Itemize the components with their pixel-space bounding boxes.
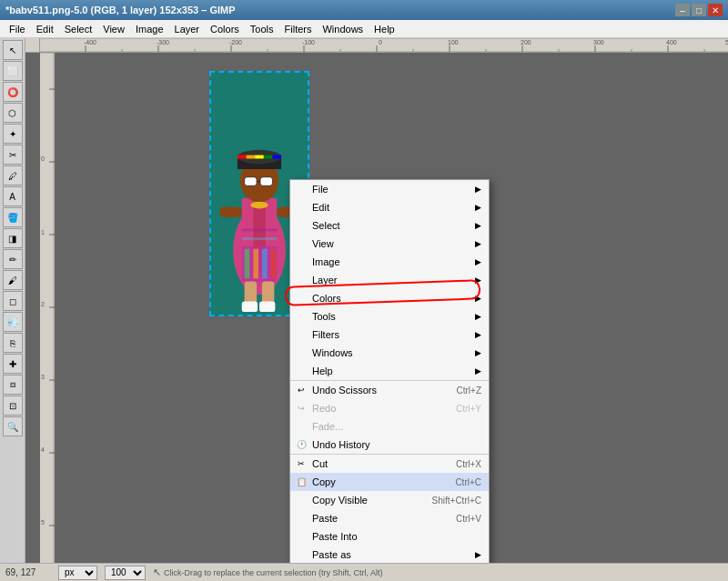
ctx-copy[interactable]: 📋 Copy Ctrl+C — [290, 473, 489, 491]
ctx-cut-label: Cut — [312, 458, 328, 469]
svg-text:5: 5 — [41, 519, 45, 526]
tool-paintbrush[interactable]: 🖌 — [3, 270, 23, 290]
tool-rect-select[interactable]: ⬜ — [3, 61, 23, 81]
ctx-undo-scissors[interactable]: ↩ Undo Scissors Ctrl+Z — [290, 381, 489, 399]
ctx-image-arrow: ▶ — [475, 257, 481, 266]
menu-view[interactable]: View — [97, 20, 130, 37]
ctx-undo-history[interactable]: 🕐 Undo History — [290, 436, 489, 454]
zoom-selector[interactable]: 100 % 50 % 200 % — [105, 566, 146, 580]
menu-colors[interactable]: Colors — [205, 20, 245, 37]
ctx-view[interactable]: View ▶ — [290, 235, 489, 253]
menu-help[interactable]: Help — [369, 20, 400, 37]
ctx-copy-visible[interactable]: Copy Visible Shift+Ctrl+C — [290, 491, 489, 509]
menu-file[interactable]: File — [4, 20, 31, 37]
ctx-cut[interactable]: ✂ Cut Ctrl+X — [290, 455, 489, 473]
svg-text:3: 3 — [41, 374, 45, 380]
hint-icon-area: ↖ Click-Drag to replace the current sele… — [153, 566, 383, 578]
unit-selector[interactable]: px in mm — [58, 566, 97, 580]
ruler-top-svg: -400 -300 -200 -100 0 100 200 300 400 50… — [40, 38, 728, 53]
svg-rect-57 — [247, 155, 256, 159]
ctx-paste-into[interactable]: Paste Into — [290, 527, 489, 546]
svg-text:300: 300 — [593, 39, 604, 45]
tool-paths[interactable]: 🖊 — [3, 165, 23, 185]
ctx-select-arrow: ▶ — [475, 221, 481, 230]
ctx-copy-visible-label: Copy Visible — [312, 495, 368, 506]
menu-edit[interactable]: Edit — [31, 20, 59, 37]
tool-crop[interactable]: ⊡ — [3, 396, 23, 416]
svg-rect-56 — [238, 155, 247, 159]
ctx-file-label: File — [312, 184, 329, 195]
ctx-colors[interactable]: Colors ▶ — [290, 289, 489, 307]
ctx-image[interactable]: Image ▶ — [290, 253, 489, 271]
ctx-redo-shortcut: Ctrl+Y — [456, 404, 481, 414]
svg-text:-400: -400 — [84, 39, 96, 45]
ctx-filters[interactable]: Filters ▶ — [290, 326, 489, 344]
menu-windows[interactable]: Windows — [317, 20, 369, 37]
tool-airbrush[interactable]: 💨 — [3, 312, 23, 332]
tool-bucket[interactable]: 🪣 — [3, 207, 23, 227]
ctx-copy-label: Copy — [312, 476, 336, 487]
ctx-file-arrow: ▶ — [475, 185, 481, 194]
cut-icon: ✂ — [294, 456, 308, 471]
ctx-view-label: View — [312, 238, 334, 249]
svg-rect-69 — [242, 302, 258, 313]
maximize-button[interactable]: □ — [692, 4, 706, 16]
svg-point-71 — [250, 202, 268, 209]
ctx-windows-label: Windows — [312, 347, 353, 358]
ctx-cut-shortcut: Ctrl+X — [456, 459, 481, 469]
minimize-button[interactable]: – — [675, 4, 690, 16]
tool-zoom[interactable]: 🔍 — [3, 416, 23, 436]
svg-text:100: 100 — [448, 39, 459, 45]
ctx-windows[interactable]: Windows ▶ — [290, 344, 489, 362]
tool-perspective[interactable]: ⧈ — [3, 375, 23, 395]
tool-text[interactable]: A — [3, 186, 23, 206]
ctx-help[interactable]: Help ▶ — [290, 362, 489, 380]
toolbox: ↖ ⬜ ⭕ ⬡ ✦ ✂ 🖊 A 🪣 ◨ ✏ 🖌 ◻ 💨 ⎘ ✚ ⧈ ⊡ 🔍 — [0, 38, 25, 563]
menu-tools[interactable]: Tools — [245, 20, 279, 37]
ctx-view-arrow: ▶ — [475, 239, 481, 248]
menu-image[interactable]: Image — [130, 20, 169, 37]
ruler-top: -400 -300 -200 -100 0 100 200 300 400 50… — [25, 38, 728, 53]
ctx-help-arrow: ▶ — [475, 366, 481, 376]
tool-blend[interactable]: ◨ — [3, 228, 23, 248]
svg-rect-62 — [260, 177, 272, 186]
svg-text:200: 200 — [521, 39, 531, 45]
context-menu[interactable]: File ▶ Edit ▶ Select ▶ View ▶ Image ▶ — [289, 179, 490, 563]
svg-text:-100: -100 — [302, 39, 315, 45]
menu-layer[interactable]: Layer — [169, 20, 206, 37]
ctx-fade[interactable]: Fade... — [290, 417, 489, 436]
ctx-file[interactable]: File ▶ — [290, 180, 489, 198]
svg-text:-300: -300 — [157, 39, 169, 45]
svg-rect-59 — [264, 155, 273, 159]
main-area: ↖ ⬜ ⭕ ⬡ ✦ ✂ 🖊 A 🪣 ◨ ✏ 🖌 ◻ 💨 ⎘ ✚ ⧈ ⊡ 🔍 — [0, 38, 728, 563]
ctx-fade-label: Fade... — [312, 421, 343, 432]
tool-eraser[interactable]: ◻ — [3, 291, 23, 311]
ctx-copy-shortcut: Ctrl+C — [455, 477, 481, 487]
ctx-redo[interactable]: ↪ Redo Ctrl+Y — [290, 399, 489, 417]
ctx-tools[interactable]: Tools ▶ — [290, 307, 489, 326]
close-button[interactable]: ✕ — [708, 4, 723, 16]
ctx-layer[interactable]: Layer ▶ — [290, 271, 489, 289]
svg-text:4: 4 — [41, 446, 45, 453]
svg-rect-76 — [253, 249, 258, 279]
tool-clone[interactable]: ⎘ — [3, 333, 23, 353]
svg-rect-58 — [255, 155, 264, 159]
menu-filters[interactable]: Filters — [279, 20, 318, 37]
tool-scissors[interactable]: ✂ — [3, 145, 23, 165]
tool-pointer[interactable]: ↖ — [3, 40, 23, 60]
tool-pencil[interactable]: ✏ — [3, 249, 23, 269]
tool-free-select[interactable]: ⬡ — [3, 103, 23, 123]
ctx-select[interactable]: Select ▶ — [290, 216, 489, 235]
svg-text:400: 400 — [666, 39, 677, 45]
ctx-paste[interactable]: Paste Ctrl+V — [290, 509, 489, 527]
svg-rect-65 — [220, 206, 242, 217]
tool-fuzzy-select[interactable]: ✦ — [3, 124, 23, 144]
tool-heal[interactable]: ✚ — [3, 354, 23, 374]
ctx-paste-as[interactable]: Paste as ▶ — [290, 546, 489, 563]
canvas-container[interactable]: -400 -300 -200 -100 0 100 200 300 400 50… — [25, 38, 728, 563]
tool-ellipse-select[interactable]: ⭕ — [3, 82, 23, 102]
ctx-edit[interactable]: Edit ▶ — [290, 198, 489, 216]
ctx-colors-arrow: ▶ — [475, 294, 481, 303]
ctx-tools-arrow: ▶ — [475, 312, 481, 321]
menu-select[interactable]: Select — [59, 20, 98, 37]
